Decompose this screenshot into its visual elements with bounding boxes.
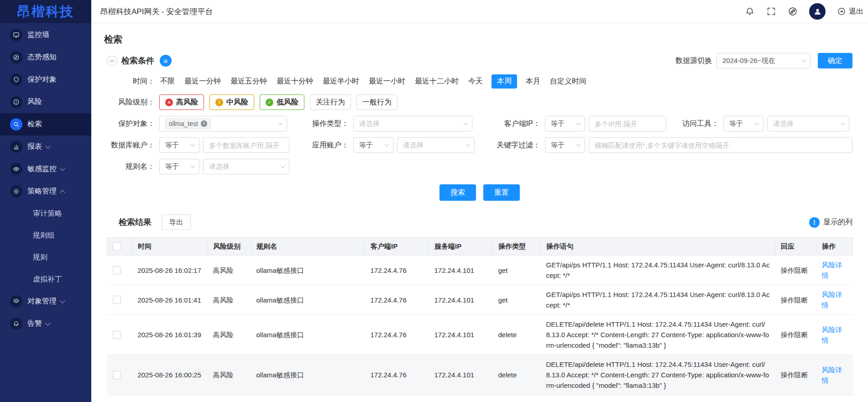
keyword-filter-field: 关键字过滤： 等于 bbox=[492, 137, 868, 153]
sidebar-item-alerts[interactable]: 告警 bbox=[0, 313, 91, 335]
sidebar-item-monitor-wall[interactable]: 监控墙 bbox=[0, 24, 91, 46]
sidebar-item-protected-objects[interactable]: 保护对象 bbox=[0, 68, 91, 91]
reset-button[interactable]: 重置 bbox=[483, 184, 520, 201]
time-option[interactable]: 本月 bbox=[525, 74, 541, 89]
protect-object-select[interactable]: ollma_test × bbox=[159, 116, 287, 131]
search-results-section: 检索结果 导出 ⋮ 显示的列 bbox=[91, 214, 868, 402]
time-option-selected[interactable]: 本周 bbox=[492, 74, 517, 89]
saved-conditions-icon[interactable]: ≡ bbox=[160, 55, 172, 67]
confirm-button[interactable]: 确定 bbox=[818, 53, 852, 68]
col-op-type: 操作类型 bbox=[493, 238, 541, 256]
risk-detail-link[interactable]: 风险详情 bbox=[822, 326, 842, 344]
time-option[interactable]: 今天 bbox=[467, 74, 484, 89]
sidebar-item-search[interactable]: 检索 bbox=[0, 113, 91, 136]
objects-layers-icon bbox=[10, 295, 22, 308]
fullscreen-icon[interactable] bbox=[766, 6, 776, 16]
search-button[interactable]: 搜索 bbox=[439, 184, 476, 201]
sidebar-item-object-management[interactable]: 对象管理 bbox=[0, 290, 91, 313]
table-row[interactable]: 2025-08-26 16:01:39 高风险 ollama敏感接口 172.2… bbox=[107, 315, 853, 355]
col-client-ip: 客户端IP bbox=[365, 238, 429, 256]
link-icon[interactable] bbox=[788, 6, 798, 16]
chevron-down-icon bbox=[464, 120, 468, 125]
bell-icon[interactable] bbox=[745, 6, 755, 16]
cell-server-ip: 172.24.4.101 bbox=[429, 395, 493, 402]
risk-low-toggle[interactable]: ✓ 低风险 bbox=[260, 94, 304, 110]
sidebar-item-policy-management[interactable]: 策略管理 bbox=[0, 180, 91, 203]
chevron-down-icon bbox=[278, 120, 283, 125]
cell-action: 风险详情 bbox=[816, 256, 853, 285]
risk-detail-link[interactable]: 风险详情 bbox=[822, 261, 842, 279]
cell-statement: GET/api/ps HTTP/1.1 Host: 172.24.4.75:11… bbox=[541, 256, 775, 285]
col-action: 操作 bbox=[816, 238, 853, 256]
sidebar-subitem-virtual-patch[interactable]: 虚拟补丁 bbox=[0, 268, 91, 290]
columns-toggle[interactable]: ⋮ 显示的列 bbox=[809, 217, 852, 228]
keyword-operator-select[interactable]: 等于 bbox=[545, 137, 585, 153]
cell-risk-level: 高风险 bbox=[208, 395, 251, 402]
select-all-checkbox[interactable] bbox=[113, 242, 121, 251]
risk-detail-link[interactable]: 风险详情 bbox=[822, 366, 842, 384]
sidebar-item-situation-awareness[interactable]: 态势感知 bbox=[0, 46, 91, 68]
collapse-panel-button[interactable] bbox=[107, 56, 117, 66]
rule-name-operator-select[interactable]: 等于 bbox=[159, 159, 199, 174]
access-tool-select[interactable]: 请选择 bbox=[767, 116, 849, 131]
datasource-select[interactable]: 2024-09-26~现在 bbox=[716, 53, 810, 68]
chevron-down-icon bbox=[45, 320, 50, 325]
chevron-down-icon bbox=[802, 57, 806, 62]
access-tool-operator-select[interactable]: 等于 bbox=[723, 116, 763, 131]
sidebar-subitem-audit-policy[interactable]: 审计策略 bbox=[0, 203, 91, 224]
col-response: 回应 bbox=[775, 238, 816, 256]
db-account-input[interactable] bbox=[203, 137, 289, 153]
sidebar-subitem-rule-group[interactable]: 规则组 bbox=[0, 224, 91, 246]
risk-normal-toggle[interactable]: 一般行为 bbox=[356, 94, 397, 110]
sidebar-item-sensitive-monitoring[interactable]: 敏感监控 bbox=[0, 158, 91, 180]
time-options: 不限 最近一分钟 最近五分钟 最近十分钟 最近半小时 最近一小时 最近十二小时 … bbox=[159, 74, 587, 89]
logout-button[interactable]: 退出 bbox=[837, 7, 863, 16]
time-option[interactable]: 最近十二小时 bbox=[414, 74, 460, 89]
sidebar-subitem-rules[interactable]: 规则 bbox=[0, 246, 91, 268]
time-option[interactable]: 最近一小时 bbox=[368, 74, 406, 89]
sidebar-item-risk[interactable]: 风险 bbox=[0, 91, 91, 113]
db-account-operator-select[interactable]: 等于 bbox=[159, 137, 199, 153]
avatar[interactable] bbox=[809, 3, 826, 20]
app-account-select[interactable]: 请选择 bbox=[397, 137, 475, 153]
table-row[interactable]: 2025-08-25 11:15:20 高风险 ollama敏感接口 172.1… bbox=[107, 395, 853, 402]
risk-watch-toggle[interactable]: 关注行为 bbox=[310, 94, 351, 110]
chevron-down-icon bbox=[466, 142, 471, 146]
time-option[interactable]: 最近十分钟 bbox=[276, 74, 314, 89]
table-row[interactable]: 2025-08-26 16:01:41 高风险 ollama敏感接口 172.2… bbox=[107, 285, 853, 315]
search-icon bbox=[10, 118, 22, 131]
risk-high-toggle[interactable]: × 高风险 bbox=[159, 94, 204, 110]
risk-medium-toggle[interactable]: ! 中风险 bbox=[209, 94, 254, 110]
cell-action: 风险详情 bbox=[816, 355, 853, 395]
policy-gear-icon bbox=[10, 185, 22, 198]
cell-response: 操作阻断 bbox=[775, 285, 816, 315]
time-option[interactable]: 不限 bbox=[159, 74, 176, 89]
time-option[interactable]: 最近一分钟 bbox=[183, 74, 222, 89]
risk-detail-link[interactable]: 风险详情 bbox=[822, 291, 842, 309]
row-checkbox[interactable] bbox=[113, 266, 121, 274]
app-account-operator-select[interactable]: 等于 bbox=[353, 137, 393, 153]
chevron-down-icon bbox=[385, 142, 389, 146]
rule-name-select[interactable]: 请选择 bbox=[203, 159, 289, 174]
cell-rule-name: ollama敏感接口 bbox=[251, 256, 365, 285]
sidebar-item-label: 风险 bbox=[27, 97, 42, 107]
filter-actions: 搜索 重置 bbox=[91, 184, 868, 201]
time-option[interactable]: 自定义时间 bbox=[549, 74, 587, 89]
client-ip-field: 客户端IP： 等于 bbox=[492, 116, 671, 131]
table-row[interactable]: 2025-08-26 16:02:17 高风险 ollama敏感接口 172.2… bbox=[107, 256, 853, 285]
time-option[interactable]: 最近半小时 bbox=[322, 74, 360, 89]
cell-rule-name: ollama敏感接口 bbox=[251, 315, 365, 355]
sidebar-item-reports[interactable]: 报表 bbox=[0, 136, 91, 158]
keyword-filter-input[interactable] bbox=[589, 137, 852, 153]
row-checkbox[interactable] bbox=[113, 331, 121, 339]
export-button[interactable]: 导出 bbox=[162, 214, 191, 230]
sidebar: 昂楷科技 监控墙 态势感知 保护对象 风险 检索 bbox=[0, 0, 91, 402]
client-ip-input[interactable] bbox=[589, 116, 666, 131]
operation-type-select[interactable]: 请选择 bbox=[353, 116, 472, 131]
table-row[interactable]: 2025-08-26 16:00:25 高风险 ollama敏感接口 172.2… bbox=[107, 355, 853, 395]
tag-remove-icon[interactable]: × bbox=[201, 120, 207, 127]
time-option[interactable]: 最近五分钟 bbox=[230, 74, 268, 89]
row-checkbox[interactable] bbox=[113, 296, 121, 304]
client-ip-operator-select[interactable]: 等于 bbox=[545, 116, 585, 131]
row-checkbox[interactable] bbox=[113, 371, 121, 379]
